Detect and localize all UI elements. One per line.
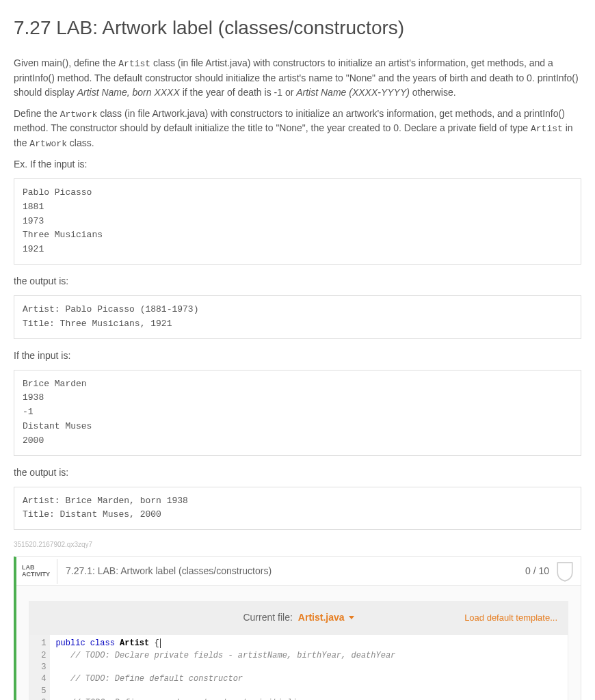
example-label: Ex. If the input is: bbox=[14, 157, 581, 172]
example-output-2: Artist: Brice Marden, born 1938 Title: D… bbox=[14, 487, 581, 530]
lab-activity-panel: LAB ACTIVITY 7.27.1: LAB: Artwork label … bbox=[14, 556, 581, 700]
example-input-1: Pablo Picasso 1881 1973 Three Musicians … bbox=[14, 178, 581, 265]
output-label-1: the output is: bbox=[14, 274, 581, 288]
if-input-label: If the input is: bbox=[14, 349, 581, 363]
shield-icon bbox=[556, 561, 574, 582]
file-bar: Current file: Artist.java Load default t… bbox=[29, 601, 568, 634]
code-area[interactable]: public class Artist { // TODO: Declare p… bbox=[50, 635, 568, 700]
file-selector[interactable]: Artist.java bbox=[298, 610, 354, 625]
lab-header: LAB ACTIVITY 7.27.1: LAB: Artwork label … bbox=[16, 557, 581, 586]
description-para-1: Given main(), define the Artist class (i… bbox=[14, 56, 581, 100]
current-file-label: Current file: bbox=[243, 610, 292, 625]
chevron-down-icon bbox=[349, 616, 354, 619]
lab-badge: LAB ACTIVITY bbox=[16, 559, 57, 584]
lab-score: 0 / 10 bbox=[525, 564, 553, 578]
code-editor[interactable]: 1234567891011121314 public class Artist … bbox=[29, 634, 568, 700]
example-output-1: Artist: Pablo Picasso (1881-1973) Title:… bbox=[14, 295, 581, 339]
lab-activity-title: 7.27.1: LAB: Artwork label (classes/cons… bbox=[57, 557, 525, 585]
description-para-2: Define the Artwork class (in file Artwor… bbox=[14, 107, 581, 151]
example-input-2: Brice Marden 1938 -1 Distant Muses 2000 bbox=[14, 370, 581, 456]
trace-id: 351520.2167902.qx3zqy7 bbox=[14, 539, 581, 550]
page-title: 7.27 LAB: Artwork label (classes/constru… bbox=[14, 14, 581, 42]
load-default-template-link[interactable]: Load default template... bbox=[464, 611, 557, 625]
output-label-2: the output is: bbox=[14, 466, 581, 480]
line-gutter: 1234567891011121314 bbox=[29, 635, 50, 700]
